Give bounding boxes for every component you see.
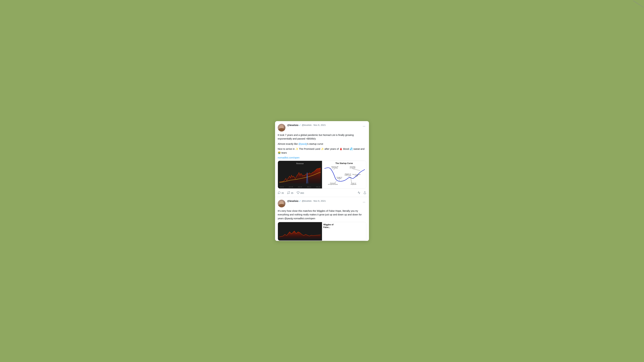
retweet-icon-1 (287, 191, 290, 195)
verified-icon-2: ✓ (299, 200, 301, 202)
mention-paulg-1[interactable]: @paulg (298, 143, 307, 145)
share-icon-1[interactable] (364, 191, 366, 195)
tweet-2-meta: @levelsio ✓ @levelslo · Nov 6, 2021 (287, 200, 362, 202)
avatar-2 (278, 200, 286, 207)
tweet2-link[interactable]: nomadlist.com/open (294, 217, 315, 220)
tweet-2-names: @levelsio ✓ @levelslo · Nov 6, 2021 (287, 200, 362, 202)
tweet-2-image: Wiggles of False... (278, 222, 366, 241)
svg-text:of Novelty: of Novelty (332, 167, 338, 169)
reply-action-1[interactable]: 35 (278, 191, 284, 195)
revenue-chart-container: Revenue (278, 161, 322, 188)
more-button-1[interactable]: ··· (362, 124, 366, 129)
revenue-area (279, 168, 321, 183)
tweet-1-header: @levelsio ✓ @levelslo · Nov 6, 2021 ··· (278, 124, 366, 132)
reply-count-1: 35 (282, 192, 284, 194)
chart-left-title: Revenue (279, 163, 321, 165)
retweet-count-1: 35 (291, 192, 293, 194)
svg-line-7 (333, 169, 335, 170)
verified-icon-1: ✓ (299, 124, 301, 127)
avatar-1 (278, 124, 286, 132)
svg-text:of Liquidit: of Liquidit (350, 167, 355, 169)
handle-date-2: @levelslo · Nov 6, 2021 (302, 200, 326, 202)
startup-curve-title: The Startup Curve (324, 162, 365, 165)
tweet-1-names: @levelsio ✓ @levelslo · Nov 6, 2021 (287, 124, 362, 127)
chart-x-labels: 2019-01 2019-08 2020-04 2020-11 2021-06 (279, 186, 321, 187)
svg-line-8 (352, 169, 360, 171)
retweet-action-1[interactable]: 35 (287, 191, 293, 195)
analytics-icon-1[interactable] (358, 191, 360, 195)
handle-date-1: @levelslo · Nov 6, 2021 (302, 124, 326, 126)
tweet-1-body: It took 7 years and a global pandemic bu… (278, 133, 366, 155)
tweet-2: @levelsio ✓ @levelslo · Nov 6, 2021 ··· … (275, 197, 369, 241)
reply-icon-1 (278, 191, 280, 195)
tweet-1-action-spacer (358, 191, 366, 195)
tweet-2-header: @levelsio ✓ @levelslo · Nov 6, 2021 ··· (278, 200, 366, 207)
tweet-2-body: It's eery how close this matches the Wig… (278, 209, 366, 220)
display-name-1: @levelsio (287, 124, 298, 127)
tweet-1-meta: @levelsio ✓ @levelslo · Nov 6, 2021 (287, 124, 362, 127)
svg-text:Ineptitude: Ineptitude (351, 183, 356, 185)
wiggles-subtitle: False... (323, 226, 365, 228)
svg-text:Land!: Land! (355, 175, 358, 176)
startup-curve-container: The Startup Curve Wearing Off of Novelty… (322, 161, 366, 188)
tweet2-chart-left (278, 222, 322, 241)
svg-text:Sorrow: Sorrow (337, 178, 342, 179)
tweet2-chart-svg (279, 223, 321, 238)
tweet-1-image: Revenue (278, 161, 366, 189)
svg-line-13 (351, 178, 352, 183)
tweet-1-link[interactable]: nomadlist.com/open (278, 156, 366, 159)
startup-curve-svg: Wearing Off of Novelty Acquisitio of Liq… (324, 165, 365, 185)
like-icon-1 (297, 191, 300, 195)
mention-paulg-2[interactable]: @paulg (284, 217, 293, 220)
display-name-2: @levelsio (287, 200, 298, 202)
tweet-1: @levelsio ✓ @levelslo · Nov 6, 2021 ··· … (275, 121, 369, 197)
tweet-1-actions: 35 35 893 (278, 191, 366, 197)
svg-text:of Improvements: of Improvements (328, 183, 338, 185)
revenue-chart-svg (279, 165, 321, 185)
wiggles-title: Wiggles of (323, 223, 365, 226)
twitter-panel: @levelsio ✓ @levelslo · Nov 6, 2021 ··· … (275, 121, 369, 241)
svg-text:False Hope: False Hope (344, 174, 351, 176)
more-button-2[interactable]: ··· (362, 200, 366, 204)
tweet2-chart-right: Wiggles of False... (322, 222, 366, 241)
like-action-1[interactable]: 893 (297, 191, 304, 195)
like-count-1: 893 (300, 192, 304, 194)
